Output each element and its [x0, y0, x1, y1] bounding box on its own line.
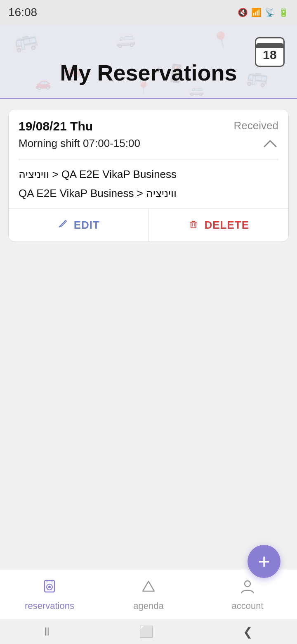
nav-item-account[interactable]: account [198, 578, 297, 611]
battery-icon: 🔋 [278, 7, 289, 17]
edit-label: EDIT [74, 219, 100, 232]
status-icons: 🔇 📶 📡 🔋 [238, 7, 289, 17]
agenda-nav-label: agenda [133, 601, 163, 611]
route-line-1: וויניציה > QA E2E VikaP Business [19, 167, 278, 182]
reservation-status: Received [234, 119, 278, 132]
home-button[interactable]: ⬜ [139, 625, 153, 639]
edit-button[interactable]: EDIT [9, 209, 149, 242]
main-content: 19/08/21 Thu Received Morning shift 07:0… [0, 99, 297, 260]
route-line-2: QA E2E VikaP Business > וויניציה [19, 186, 278, 201]
page-title: My Reservations [0, 60, 297, 85]
reservation-shift: Morning shift 07:00-15:00 [19, 137, 140, 150]
svg-text:📍: 📍 [210, 29, 233, 51]
calendar-badge-top [256, 43, 283, 48]
bottom-nav: reservations agenda account [0, 570, 297, 619]
svg-text:🚌: 🚌 [12, 27, 40, 54]
header: 🚌 🚗 🚐 🚦 📍 🚌 🚗 🚐 📍 My Reservations 18 [0, 25, 297, 99]
svg-point-13 [245, 581, 250, 587]
calendar-day: 18 [263, 48, 276, 62]
wifi-icon: 📶 [251, 7, 262, 17]
status-bar: 16:08 🔇 📶 📡 🔋 [0, 0, 297, 25]
reservations-nav-label: reservations [25, 601, 74, 611]
card-body: 19/08/21 Thu Received Morning shift 07:0… [9, 109, 288, 201]
nav-item-reservations[interactable]: reservations [0, 578, 99, 611]
status-time: 16:08 [8, 6, 37, 19]
system-nav-bar: ⦀ ⬜ ❮ [0, 619, 297, 644]
agenda-nav-icon [140, 578, 157, 598]
collapse-icon[interactable] [262, 135, 278, 152]
add-icon: + [258, 551, 270, 572]
svg-text:🚐: 🚐 [115, 28, 137, 49]
reservation-card: 19/08/21 Thu Received Morning shift 07:0… [8, 109, 289, 242]
account-nav-icon [239, 578, 256, 598]
card-actions: EDIT DELETE [9, 208, 288, 242]
back-button[interactable]: ❮ [243, 625, 252, 639]
card-shift-row: Morning shift 07:00-15:00 [19, 135, 278, 152]
delete-label: DELETE [204, 219, 249, 232]
nav-item-agenda[interactable]: agenda [99, 578, 198, 611]
account-nav-label: account [231, 601, 263, 611]
reservation-date: 19/08/21 Thu [19, 119, 93, 133]
add-reservation-fab[interactable]: + [248, 545, 280, 578]
signal-icon: 📡 [265, 7, 275, 17]
routes-section: וויניציה > QA E2E VikaP Business QA E2E … [19, 167, 278, 201]
svg-point-12 [48, 586, 51, 588]
mute-icon: 🔇 [238, 7, 248, 17]
card-divider [19, 159, 278, 159]
delete-button[interactable]: DELETE [149, 209, 289, 242]
delete-icon [188, 218, 199, 232]
edit-icon [57, 218, 69, 232]
calendar-badge: 18 [255, 37, 285, 67]
svg-rect-9 [191, 222, 196, 228]
recents-button[interactable]: ⦀ [45, 625, 50, 639]
card-header-row: 19/08/21 Thu Received [19, 119, 278, 133]
reservations-nav-icon [41, 578, 58, 598]
